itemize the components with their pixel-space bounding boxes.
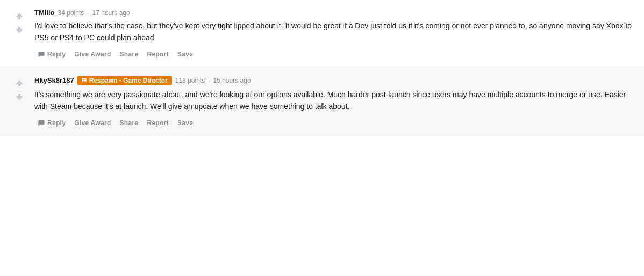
comment-2: HkySk8r187 ⊞ Respawn - Game Director 118…	[0, 67, 644, 136]
upvote-button-2[interactable]	[13, 77, 26, 90]
save-button-1[interactable]: Save	[174, 48, 196, 60]
vote-column-1	[9, 9, 30, 60]
reply-button-2[interactable]: Reply	[34, 117, 69, 129]
upvote-button-1[interactable]	[13, 10, 26, 23]
reply-icon-2	[38, 119, 45, 127]
downvote-button-2[interactable]	[13, 91, 26, 104]
reply-button-1[interactable]: Reply	[34, 48, 69, 60]
separator-1: ·	[87, 9, 89, 17]
flair-icon-2: ⊞	[82, 77, 87, 84]
comment-header-1: TMillo 34 points · 17 hours ago	[34, 9, 635, 17]
time-ago-1: 17 hours ago	[92, 9, 130, 17]
time-ago-2: 15 hours ago	[213, 77, 251, 84]
comment-actions-1: Reply Give Award Share Report Save	[34, 48, 635, 60]
flair-label-2: Respawn - Game Director	[89, 77, 168, 84]
save-button-2[interactable]: Save	[174, 117, 196, 129]
comment-1: TMillo 34 points · 17 hours ago I'd love…	[0, 0, 644, 67]
separator-2: ·	[208, 77, 210, 84]
reply-icon-1	[38, 50, 45, 58]
share-button-1[interactable]: Share	[117, 48, 142, 60]
give-award-button-1[interactable]: Give Award	[71, 48, 114, 60]
downvote-button-1[interactable]	[13, 24, 26, 37]
points-1: 34 points	[58, 9, 84, 17]
points-2: 118 points	[175, 77, 205, 84]
comment-actions-2: Reply Give Award Share Report Save	[34, 117, 635, 129]
page-container: TMillo 34 points · 17 hours ago I'd love…	[0, 0, 644, 276]
comment-body-2: HkySk8r187 ⊞ Respawn - Game Director 118…	[30, 76, 635, 129]
comment-header-2: HkySk8r187 ⊞ Respawn - Game Director 118…	[34, 76, 635, 85]
comment-text-2: It's something we are very passionate ab…	[34, 89, 635, 113]
vote-column-2	[9, 76, 30, 129]
username-2[interactable]: HkySk8r187	[34, 76, 74, 84]
share-button-2[interactable]: Share	[117, 117, 142, 129]
flair-badge-2: ⊞ Respawn - Game Director	[77, 76, 172, 85]
give-award-button-2[interactable]: Give Award	[71, 117, 114, 129]
report-button-2[interactable]: Report	[144, 117, 171, 129]
comment-text-1: I'd love to believe that's the case, but…	[34, 20, 635, 44]
comment-body-1: TMillo 34 points · 17 hours ago I'd love…	[30, 9, 635, 60]
username-1[interactable]: TMillo	[34, 9, 55, 17]
report-button-1[interactable]: Report	[144, 48, 171, 60]
